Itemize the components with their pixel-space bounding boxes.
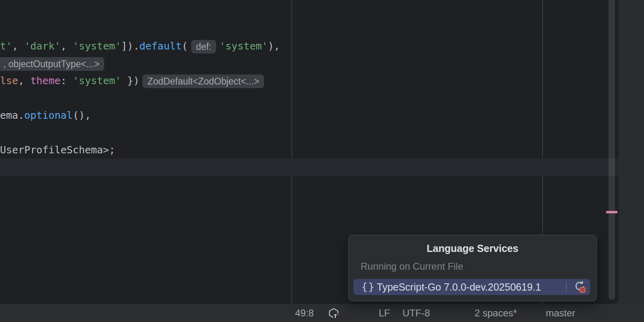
code-lines: t', 'dark', 'system']).default(def:'syst…: [0, 37, 619, 176]
code-line[interactable]: , objectOutputType<...>: [0, 55, 619, 72]
popup-section-label: Running on Current File: [361, 261, 463, 272]
code-token: (),: [73, 109, 91, 121]
code-token: ema.: [0, 109, 24, 121]
restart-service-button[interactable]: [574, 281, 586, 293]
encoding-widget[interactable]: UTF-8: [402, 304, 430, 322]
type-hint-chip[interactable]: ZodDefault<ZodObject<...>: [142, 74, 264, 88]
code-line[interactable]: [0, 124, 619, 141]
code-line[interactable]: lse, theme: 'system' })ZodDefault<ZodObj…: [0, 72, 619, 89]
code-token: UserProfileSchema>;: [0, 144, 115, 156]
service-name: TypeScript-Go 7.0.0-dev.20250619.1: [377, 279, 541, 295]
code-token: lse: [0, 75, 18, 87]
code-token: t': [0, 40, 12, 52]
line-separator-widget[interactable]: LF: [379, 304, 390, 322]
code-token: (: [182, 40, 188, 52]
caret-row[interactable]: [0, 159, 619, 176]
code-token: theme: [30, 75, 60, 87]
line-column-widget[interactable]: 49:8: [295, 304, 314, 322]
code-line[interactable]: UserProfileSchema>;: [0, 141, 619, 159]
git-branch-widget[interactable]: master: [546, 304, 575, 322]
code-line[interactable]: ema.optional(),: [0, 107, 619, 124]
code-token: ,: [18, 75, 30, 87]
row-divider: [566, 282, 567, 292]
code-token: optional: [24, 109, 72, 121]
code-token: 'system': [73, 40, 121, 52]
code-token: ),: [268, 40, 280, 52]
code-token: }): [121, 75, 139, 87]
code-token: ]).: [121, 40, 139, 52]
typescript-hexagon-icon[interactable]: T: [328, 308, 339, 318]
vertical-scrollbar-thumb[interactable]: [609, 0, 615, 300]
code-line[interactable]: [0, 89, 619, 107]
error-stripe-marker[interactable]: [606, 211, 617, 213]
code-line[interactable]: t', 'dark', 'system']).default(def:'syst…: [0, 37, 619, 55]
code-token: default: [139, 40, 182, 52]
code-token: 'system': [73, 75, 121, 87]
right-panel-strip: [619, 0, 644, 304]
popup-title: Language Services: [349, 243, 597, 254]
svg-text:T: T: [334, 313, 337, 318]
parameter-hint-chip[interactable]: def:: [191, 40, 216, 54]
code-token: :: [61, 75, 73, 87]
code-token: ,: [12, 40, 24, 52]
indent-widget[interactable]: 2 spaces*: [475, 304, 517, 322]
service-row[interactable]: {} TypeScript-Go 7.0.0-dev.20250619.1: [353, 279, 590, 295]
code-token: ,: [61, 40, 73, 52]
code-token: 'dark': [24, 40, 60, 52]
language-services-popup: Language Services Running on Current Fil…: [348, 235, 597, 301]
code-token: 'system': [219, 40, 268, 52]
braces-icon: {}: [361, 279, 375, 295]
status-bar: 49:8 T {} LF UTF-8 2 spaces* master: [0, 304, 644, 322]
type-hint-chip[interactable]: , objectOutputType<...>: [0, 57, 104, 71]
